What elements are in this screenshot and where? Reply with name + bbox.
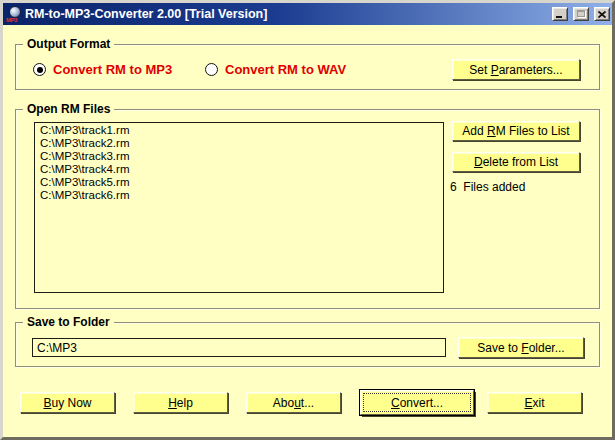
output-format-group-label: Output Format [23, 37, 114, 52]
app-icon: MP3 [6, 6, 22, 22]
minimize-button[interactable] [552, 7, 568, 21]
about-button[interactable]: About... [246, 392, 341, 413]
save-to-folder-button[interactable]: Save to Folder... [458, 337, 584, 358]
set-parameters-button[interactable]: Set Parameters... [452, 59, 580, 80]
delete-from-list-button[interactable]: Delete from List [452, 152, 580, 172]
radio-mp3-circle[interactable] [33, 63, 46, 76]
convert-button[interactable]: Convert... [360, 390, 474, 415]
titlebar[interactable]: MP3 RM-to-MP3-Converter 2.00 [Trial Vers… [3, 3, 612, 25]
maximize-button [573, 7, 589, 21]
radio-mp3-label: Convert RM to MP3 [53, 62, 172, 77]
save-to-folder-group-label: Save to Folder [23, 315, 114, 330]
rm-files-listbox[interactable]: C:\MP3\track1.rm C:\MP3\track2.rm C:\MP3… [34, 122, 444, 293]
minimize-icon [556, 16, 562, 18]
radio-convert-to-mp3[interactable]: Convert RM to MP3 [33, 62, 172, 77]
list-item[interactable]: C:\MP3\track1.rm [40, 124, 441, 137]
buy-now-button[interactable]: Buy Now [20, 392, 115, 413]
radio-convert-to-wav[interactable]: Convert RM to WAV [205, 62, 346, 77]
dialog-body: Output Format Convert RM to MP3 Convert … [3, 25, 612, 437]
app-icon-label: MP3 [6, 17, 17, 23]
files-added-status: 6 Files added [450, 180, 525, 194]
maximize-icon [577, 10, 585, 17]
list-item[interactable]: C:\MP3\track5.rm [40, 176, 441, 189]
add-rm-files-button[interactable]: Add RM Files to List [452, 121, 580, 141]
app-window: MP3 RM-to-MP3-Converter 2.00 [Trial Vers… [0, 0, 615, 440]
radio-wav-circle[interactable] [205, 63, 218, 76]
list-item[interactable]: C:\MP3\track4.rm [40, 163, 441, 176]
list-item[interactable]: C:\MP3\track6.rm [40, 189, 441, 202]
radio-wav-label: Convert RM to WAV [225, 62, 346, 77]
close-button[interactable] [594, 7, 610, 21]
close-icon [598, 11, 606, 18]
exit-button[interactable]: Exit [487, 392, 582, 413]
window-title: RM-to-MP3-Converter 2.00 [Trial Version] [25, 7, 547, 22]
help-button[interactable]: Help [133, 392, 228, 413]
list-item[interactable]: C:\MP3\track2.rm [40, 137, 441, 150]
list-item[interactable]: C:\MP3\track3.rm [40, 150, 441, 163]
open-rm-files-group-label: Open RM Files [23, 102, 114, 117]
save-folder-path-input[interactable] [32, 338, 446, 357]
